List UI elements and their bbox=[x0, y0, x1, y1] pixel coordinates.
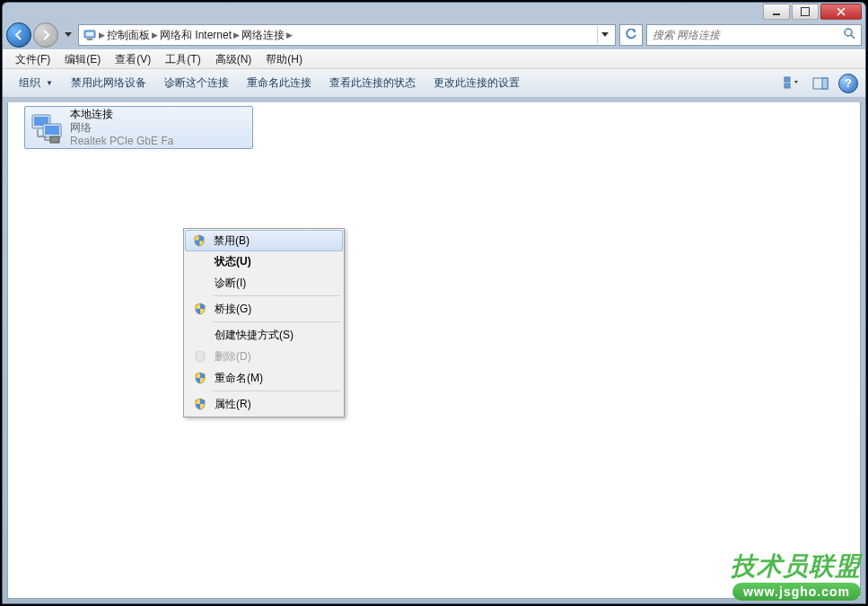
menu-tools[interactable]: 工具(T) bbox=[158, 50, 207, 69]
preview-pane-button[interactable] bbox=[808, 73, 833, 94]
window: ▶ 控制面板 ▶ 网络和 Internet ▶ 网络连接 ▶ 文件(F) 编辑(… bbox=[2, 2, 866, 604]
svg-point-3 bbox=[845, 29, 852, 36]
close-button[interactable] bbox=[820, 4, 862, 20]
connection-name: 本地连接 bbox=[70, 108, 173, 121]
watermark: 技术员联盟 www.jsgho.com bbox=[731, 549, 861, 601]
organize-button[interactable]: 组织▼ bbox=[10, 72, 62, 94]
help-button[interactable]: ? bbox=[838, 74, 858, 93]
ctx-delete: 删除(D) bbox=[186, 346, 342, 367]
maximize-button[interactable] bbox=[792, 4, 819, 20]
menu-advanced[interactable]: 高级(N) bbox=[208, 50, 259, 69]
cmd-status[interactable]: 查看此连接的状态 bbox=[320, 72, 425, 94]
breadcrumb-1[interactable]: 控制面板 bbox=[107, 28, 150, 43]
svg-rect-4 bbox=[785, 77, 790, 82]
back-button[interactable] bbox=[6, 22, 31, 48]
svg-rect-5 bbox=[785, 83, 790, 88]
view-options-button[interactable] bbox=[779, 73, 804, 94]
search-icon[interactable] bbox=[843, 27, 855, 43]
shield-icon bbox=[189, 234, 210, 247]
ctx-disable[interactable]: 禁用(B) bbox=[185, 230, 343, 251]
ctx-status[interactable]: 状态(U) bbox=[186, 250, 342, 272]
watermark-url: www.jsgho.com bbox=[732, 583, 861, 601]
cmd-rename[interactable]: 重命名此连接 bbox=[238, 72, 320, 94]
ctx-diagnose[interactable]: 诊断(I) bbox=[186, 272, 342, 294]
search-input[interactable] bbox=[653, 29, 843, 41]
shield-icon bbox=[189, 398, 211, 410]
command-bar: 组织▼ 禁用此网络设备 诊断这个连接 重命名此连接 查看此连接的状态 更改此连接… bbox=[3, 69, 865, 98]
svg-rect-2 bbox=[87, 39, 92, 40]
breadcrumb-2[interactable]: 网络和 Internet bbox=[160, 28, 232, 43]
nav-history-dropdown[interactable] bbox=[62, 26, 75, 44]
connection-item[interactable]: 本地连接 网络 Realtek PCIe GbE Fa bbox=[24, 106, 253, 149]
titlebar bbox=[3, 3, 865, 21]
refresh-button[interactable] bbox=[619, 24, 643, 46]
svg-rect-7 bbox=[822, 78, 828, 89]
address-dropdown-icon[interactable] bbox=[597, 26, 611, 44]
shield-icon bbox=[189, 303, 211, 315]
svg-rect-1 bbox=[86, 32, 93, 36]
navigation-bar: ▶ 控制面板 ▶ 网络和 Internet ▶ 网络连接 ▶ bbox=[3, 21, 865, 49]
computer-icon bbox=[83, 28, 97, 42]
menu-help[interactable]: 帮助(H) bbox=[259, 50, 310, 69]
menu-bar: 文件(F) 编辑(E) 查看(V) 工具(T) 高级(N) 帮助(H) bbox=[3, 49, 865, 69]
ctx-shortcut[interactable]: 创建快捷方式(S) bbox=[186, 324, 342, 346]
connection-status: 网络 bbox=[70, 121, 173, 135]
menu-edit[interactable]: 编辑(E) bbox=[57, 50, 108, 69]
network-adapter-icon bbox=[29, 110, 65, 145]
watermark-title: 技术员联盟 bbox=[731, 549, 861, 584]
ctx-rename[interactable]: 重命名(M) bbox=[186, 367, 342, 389]
svg-rect-12 bbox=[50, 136, 59, 143]
shield-icon bbox=[189, 350, 211, 363]
shield-icon bbox=[189, 372, 211, 384]
ctx-properties[interactable]: 属性(R) bbox=[186, 393, 342, 415]
address-bar[interactable]: ▶ 控制面板 ▶ 网络和 Internet ▶ 网络连接 ▶ bbox=[78, 24, 616, 46]
cmd-diagnose[interactable]: 诊断这个连接 bbox=[155, 72, 238, 94]
breadcrumb-3[interactable]: 网络连接 bbox=[241, 28, 285, 43]
forward-button[interactable] bbox=[33, 22, 58, 48]
minimize-button[interactable] bbox=[763, 4, 790, 20]
svg-rect-11 bbox=[45, 126, 59, 135]
cmd-settings[interactable]: 更改此连接的设置 bbox=[425, 72, 529, 94]
cmd-disable[interactable]: 禁用此网络设备 bbox=[62, 72, 155, 94]
connection-device: Realtek PCIe GbE Fa bbox=[70, 135, 173, 148]
content-area: 本地连接 网络 Realtek PCIe GbE Fa 禁用(B) 状态(U) … bbox=[7, 102, 861, 599]
context-menu: 禁用(B) 状态(U) 诊断(I) 桥接(G) 创建快捷方式(S) bbox=[183, 228, 345, 417]
menu-view[interactable]: 查看(V) bbox=[108, 50, 158, 69]
ctx-bridge[interactable]: 桥接(G) bbox=[186, 298, 342, 320]
search-box[interactable] bbox=[646, 24, 862, 46]
menu-file[interactable]: 文件(F) bbox=[8, 50, 57, 69]
